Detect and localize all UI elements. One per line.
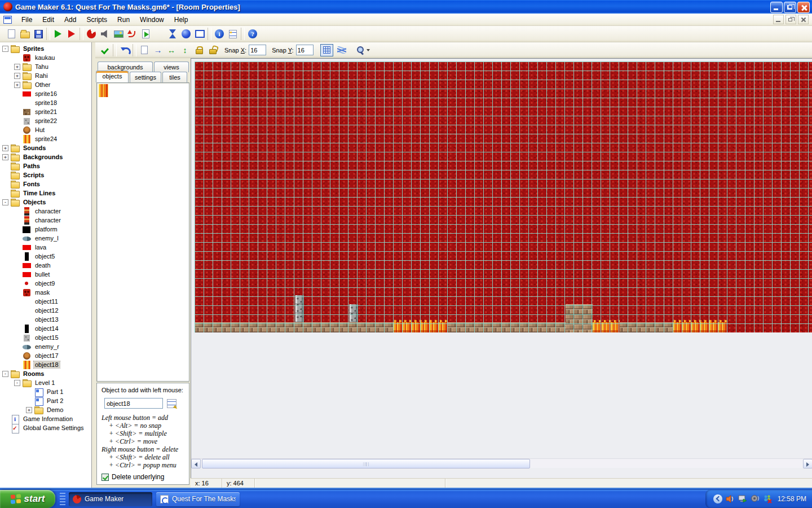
tree-item[interactable]: sprite24 <box>0 134 91 143</box>
lava-tiles[interactable] <box>393 322 447 332</box>
zoom-dropdown-button[interactable] <box>356 46 370 54</box>
tree-item[interactable]: sprite18 <box>0 98 91 107</box>
tree-item[interactable]: + Sounds <box>0 143 91 152</box>
tree-item[interactable]: object12 <box>0 306 91 315</box>
tree-item[interactable]: character <box>0 207 91 216</box>
tree-item[interactable]: - Level 1 <box>0 378 91 387</box>
tree-item[interactable]: Global Game Settings <box>0 423 91 432</box>
tree-item[interactable]: Part 2 <box>0 396 91 405</box>
tree-expander[interactable]: + <box>2 145 8 151</box>
tree-expander[interactable]: + <box>14 73 20 79</box>
tree-expander[interactable]: + <box>2 154 8 160</box>
tree-item[interactable]: character <box>0 216 91 225</box>
mdi-child-icon[interactable] <box>3 16 12 24</box>
menu-item[interactable]: Window <box>135 14 169 25</box>
object-menu-button[interactable] <box>167 399 176 408</box>
tree-item[interactable]: - Objects <box>0 198 91 207</box>
isometric-toggle-button[interactable] <box>336 44 348 56</box>
snap-x-input[interactable] <box>249 45 266 55</box>
toolbar-button[interactable]: ? <box>246 27 259 41</box>
toolbar-button[interactable]: i <box>213 27 226 41</box>
object-name-input[interactable] <box>104 398 163 409</box>
tree-item[interactable]: Paths <box>0 161 91 170</box>
tree-expander[interactable]: - <box>2 371 8 377</box>
toolbar-button[interactable] <box>65 27 78 41</box>
toolbar-button[interactable] <box>125 27 139 41</box>
room-toolbar-button[interactable] <box>192 43 205 57</box>
menu-item[interactable]: Help <box>169 14 193 25</box>
toolbar-button[interactable] <box>241 28 245 40</box>
toolbar-button[interactable] <box>46 28 50 40</box>
mdi-close-button[interactable] <box>798 15 809 24</box>
delete-underlying-row[interactable]: Delete underlying <box>102 473 187 481</box>
toolbar-button[interactable] <box>18 27 32 41</box>
tree-item[interactable]: death <box>0 261 91 270</box>
offline-users-icon[interactable] <box>763 494 772 503</box>
tree-item[interactable]: Scripts <box>0 170 91 179</box>
tree-item[interactable]: Hut <box>0 125 91 134</box>
tree-item[interactable]: + Tahu <box>0 62 91 71</box>
tree-item[interactable]: sprite22 <box>0 116 91 125</box>
tree-item[interactable]: Fonts <box>0 179 91 189</box>
tab-settings[interactable]: settings <box>130 72 161 82</box>
room-toolbar-button[interactable]: → <box>151 43 165 57</box>
tree-item[interactable]: Time Lines <box>0 189 91 198</box>
toolbar-button[interactable] <box>98 27 112 41</box>
toolbar-button[interactable] <box>5 27 18 41</box>
tree-item[interactable]: Part 1 <box>0 387 91 396</box>
toolbar-button[interactable] <box>112 27 125 41</box>
quick-launch-grip[interactable] <box>60 493 65 505</box>
toolbar-button[interactable] <box>166 27 179 41</box>
display-settings-icon[interactable] <box>738 494 747 503</box>
tree-expander[interactable]: + <box>26 407 32 413</box>
scrollbar-thumb[interactable] <box>202 459 530 468</box>
tree-item[interactable]: bullet <box>0 270 91 279</box>
tree-item[interactable]: + Demo <box>0 405 91 414</box>
tree-expander[interactable]: + <box>14 64 20 70</box>
tree-item[interactable]: object18 <box>0 360 91 369</box>
tree-item[interactable]: enemy_r <box>0 342 91 351</box>
tree-item[interactable]: kaukau <box>0 53 91 62</box>
brick-stack[interactable] <box>566 304 593 332</box>
toolbar-button[interactable] <box>85 27 98 41</box>
taskbar-task-button[interactable]: Quest For The Masks ... <box>156 492 240 506</box>
mdi-minimize-button[interactable] <box>773 15 784 24</box>
tree-item[interactable]: Game Information <box>0 414 91 423</box>
lava-tiles[interactable] <box>673 322 727 332</box>
room-toolbar-button[interactable] <box>98 43 112 57</box>
toolbar-button[interactable] <box>179 27 193 41</box>
toolbar-button[interactable] <box>139 27 152 41</box>
tab-objects[interactable]: objects <box>96 71 129 82</box>
room-toolbar-button[interactable]: ↔ <box>165 43 178 57</box>
tree-item[interactable]: sprite16 <box>0 89 91 98</box>
tree-expander[interactable]: - <box>2 199 8 205</box>
scroll-left-button[interactable] <box>191 459 201 468</box>
room-toolbar-button[interactable] <box>118 43 131 57</box>
scroll-right-button[interactable] <box>803 459 812 468</box>
tree-item[interactable]: object5 <box>0 252 91 261</box>
pillar-object[interactable] <box>349 304 358 322</box>
room-toolbar-button[interactable] <box>133 44 136 56</box>
room-toolbar-button[interactable] <box>205 43 219 57</box>
floor-platform[interactable] <box>195 322 727 332</box>
tree-item[interactable]: object17 <box>0 351 91 360</box>
tab-tiles[interactable]: tiles <box>162 72 187 82</box>
toolbar-button[interactable] <box>226 27 240 41</box>
volume-icon[interactable] <box>726 494 735 503</box>
tree-item[interactable]: object14 <box>0 324 91 333</box>
menu-item[interactable]: Edit <box>37 14 59 25</box>
grid-toggle-button[interactable] <box>320 44 333 56</box>
toolbar-button[interactable] <box>32 27 45 41</box>
toolbar-button[interactable] <box>80 28 83 40</box>
delete-underlying-checkbox[interactable] <box>102 474 109 481</box>
tree-item[interactable]: lava <box>0 243 91 252</box>
start-button[interactable]: start <box>0 490 55 508</box>
tree-item[interactable]: - Sprites <box>0 44 91 53</box>
lava-tiles[interactable] <box>593 322 620 332</box>
objects-list-panel[interactable] <box>96 82 189 382</box>
horizontal-scrollbar[interactable] <box>191 458 812 468</box>
menu-item[interactable]: File <box>16 14 37 25</box>
tree-item[interactable]: platform <box>0 225 91 234</box>
mdi-restore-button[interactable] <box>785 15 796 24</box>
tree-item[interactable]: + Rahi <box>0 71 91 80</box>
